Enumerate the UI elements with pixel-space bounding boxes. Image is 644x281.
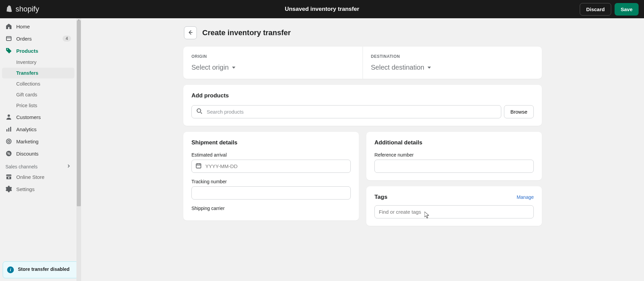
shipment-details-card: Shipment details Estimated arrival Track… — [183, 132, 359, 220]
nav-orders[interactable]: Orders 4 — [0, 32, 76, 45]
sidebar-scrollbar[interactable] — [76, 18, 81, 281]
origin-destination-card: ORIGIN Select origin DESTINATION Select … — [183, 47, 542, 79]
logo[interactable]: shopify — [5, 5, 39, 14]
nav-settings[interactable]: Settings — [0, 183, 76, 195]
gear-icon — [5, 186, 12, 192]
destination-label: DESTINATION — [371, 54, 534, 59]
store-icon — [5, 173, 12, 180]
alert-store-transfer: i Store transfer disabled — [3, 261, 78, 278]
page-title: Create inventory transfer — [202, 28, 291, 37]
browse-button[interactable]: Browse — [504, 105, 534, 118]
nav-discounts[interactable]: % Discounts — [0, 147, 76, 160]
svg-rect-10 — [196, 164, 201, 168]
back-button[interactable] — [184, 26, 197, 39]
nav-label: Orders — [16, 36, 32, 42]
origin-label: ORIGIN — [191, 54, 354, 59]
nav-inventory[interactable]: Inventory — [0, 57, 76, 68]
nav-online-store[interactable]: Online Store — [0, 171, 76, 183]
home-icon — [5, 23, 12, 30]
additional-details-title: Additional details — [374, 139, 534, 146]
add-products-title: Add products — [191, 92, 534, 99]
svg-point-9 — [197, 109, 201, 112]
nav-transfers[interactable]: Transfers — [2, 68, 74, 78]
reference-number-input[interactable] — [374, 160, 534, 173]
page-header: Create inventory transfer — [183, 26, 542, 39]
nav-analytics[interactable]: Analytics — [0, 123, 76, 135]
nav-products[interactable]: Products — [0, 45, 76, 57]
bars-icon — [5, 126, 12, 133]
orders-badge: 4 — [63, 36, 71, 42]
origin-select[interactable]: Select origin — [191, 64, 354, 71]
brand-text: shopify — [16, 5, 39, 14]
tags-card: Tags Manage — [366, 186, 542, 226]
caret-down-icon — [428, 67, 431, 69]
nav-home[interactable]: Home — [0, 20, 76, 32]
search-icon — [196, 108, 203, 116]
nav-label: Home — [16, 24, 30, 29]
orders-icon — [5, 35, 12, 42]
svg-text:%: % — [7, 152, 10, 156]
origin-section: ORIGIN Select origin — [183, 47, 363, 79]
additional-details-card: Additional details Reference number — [366, 132, 542, 180]
info-icon: i — [7, 266, 14, 273]
save-button[interactable]: Save — [615, 3, 639, 16]
nav-marketing[interactable]: Marketing — [0, 135, 76, 147]
svg-point-1 — [8, 115, 10, 117]
nav-price-lists[interactable]: Price lists — [0, 100, 76, 111]
caret-down-icon — [232, 67, 235, 69]
nav-gift-cards[interactable]: Gift cards — [0, 89, 76, 100]
discard-button[interactable]: Discard — [580, 3, 611, 16]
estimated-arrival-input[interactable] — [191, 160, 351, 173]
destination-section: DESTINATION Select destination — [363, 47, 542, 79]
tags-title: Tags — [374, 194, 387, 201]
shipment-details-title: Shipment details — [191, 139, 351, 146]
calendar-icon — [196, 163, 202, 170]
product-search-input[interactable] — [191, 105, 501, 118]
svg-point-5 — [6, 139, 11, 144]
estimated-arrival-label: Estimated arrival — [191, 152, 351, 158]
topbar-actions: Discard Save — [580, 3, 639, 16]
add-products-card: Add products Browse — [183, 85, 542, 126]
arrow-left-icon — [187, 29, 194, 37]
tracking-number-input[interactable] — [191, 186, 351, 200]
svg-rect-3 — [8, 128, 9, 132]
topbar: shopify Unsaved inventory transfer Disca… — [0, 0, 644, 18]
svg-point-6 — [8, 140, 10, 142]
svg-rect-0 — [6, 37, 11, 41]
shipping-carrier-label: Shipping carrier — [191, 206, 351, 211]
tags-input[interactable] — [374, 205, 534, 218]
main-content: Create inventory transfer ORIGIN Select … — [81, 18, 644, 281]
nav-label: Products — [16, 48, 38, 54]
context-title: Unsaved inventory transfer — [285, 6, 359, 13]
destination-select[interactable]: Select destination — [371, 64, 534, 71]
tag-icon — [5, 47, 12, 54]
svg-rect-4 — [10, 127, 11, 132]
tracking-number-label: Tracking number — [191, 179, 351, 184]
manage-tags-link[interactable]: Manage — [516, 194, 534, 200]
sales-channels-header: Sales channels — [0, 160, 76, 171]
person-icon — [5, 114, 12, 120]
chevron-right-icon[interactable] — [66, 164, 71, 169]
scroll-thumb[interactable] — [77, 20, 81, 206]
target-icon — [5, 138, 12, 145]
reference-number-label: Reference number — [374, 152, 534, 158]
svg-rect-2 — [6, 129, 7, 132]
sidebar: Home Orders 4 Products Inventory Transfe… — [0, 18, 81, 281]
discount-icon: % — [5, 150, 12, 157]
shopify-logo-icon — [5, 5, 14, 13]
nav-collections[interactable]: Collections — [0, 78, 76, 89]
nav-customers[interactable]: Customers — [0, 111, 76, 123]
